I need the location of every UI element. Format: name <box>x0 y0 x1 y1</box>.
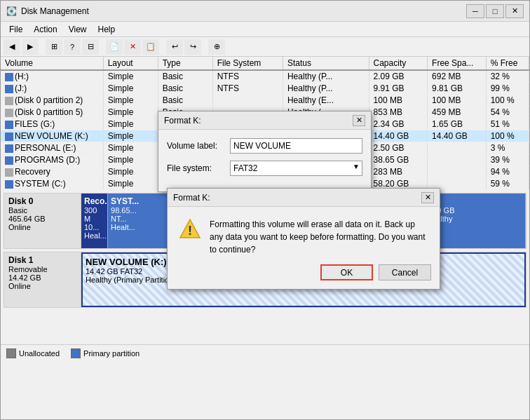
close-button[interactable]: ✕ <box>505 4 524 18</box>
disk-0-label: Disk 0 Basic 465.64 GB Online <box>4 194 81 248</box>
ok-button[interactable]: OK <box>320 264 373 280</box>
col-freespace[interactable]: Free Spa... <box>428 57 487 70</box>
col-layout[interactable]: Layout <box>103 57 158 70</box>
toolbar: ◀ ▶ ⊞ ? ⊟ 📄 ✕ 📋 ↩ ↪ ⊕ <box>1 37 529 57</box>
toolbar-btn-5[interactable]: ⊟ <box>82 39 99 55</box>
title-bar: 💽 Disk Management ─ □ ✕ <box>1 1 529 22</box>
toolbar-btn-redo[interactable]: ↪ <box>184 39 201 55</box>
table-row[interactable]: (J:) Simple Basic NTFS Healthy (P... 9.9… <box>1 83 529 95</box>
col-status[interactable]: Status <box>283 57 369 70</box>
back-button[interactable]: ◀ <box>4 39 20 55</box>
col-volume[interactable]: Volume <box>1 57 103 70</box>
forward-button[interactable]: ▶ <box>22 39 39 55</box>
volume-label-input[interactable] <box>230 138 362 154</box>
format-dialog-close[interactable]: ✕ <box>353 115 365 126</box>
menu-file[interactable]: File <box>4 23 28 36</box>
toolbar-btn-add[interactable]: ⊕ <box>208 39 225 55</box>
col-type[interactable]: Type <box>158 57 212 70</box>
toolbar-btn-3[interactable]: ⊞ <box>46 39 62 55</box>
col-freepct[interactable]: % Free <box>486 57 529 70</box>
confirm-dialog-titlebar: Format K: ✕ <box>168 189 440 207</box>
minimize-button[interactable]: ─ <box>466 4 484 18</box>
confirm-dialog-title: Format K: <box>173 193 210 203</box>
table-row[interactable]: (Disk 0 partition 2) Simple Basic Health… <box>1 95 529 107</box>
confirm-dialog-body: ! Formatting this volume will erase all … <box>168 207 440 264</box>
col-filesystem[interactable]: File System <box>212 57 283 70</box>
cancel-button[interactable]: Cancel <box>379 264 431 280</box>
toolbar-btn-undo[interactable]: ↩ <box>166 39 183 55</box>
col-capacity[interactable]: Capacity <box>369 57 428 70</box>
maximize-button[interactable]: □ <box>486 4 504 18</box>
format-dialog-titlebar: Format K: ✕ <box>158 111 371 130</box>
toolbar-btn-delete[interactable]: ✕ <box>124 39 141 55</box>
volume-label-row: Volume label: <box>167 138 362 154</box>
legend-primary: Primary partition <box>71 348 140 358</box>
window-icon: 💽 <box>6 6 17 16</box>
format-dialog-title: Format K: <box>164 116 201 126</box>
disk-0-part-recovery[interactable]: Reco... 300 M 10... Heal... <box>81 194 108 248</box>
menu-help[interactable]: Help <box>93 23 121 36</box>
legend-unallocated: Unallocated <box>6 348 60 358</box>
confirm-buttons: OK Cancel <box>168 264 440 289</box>
menu-action[interactable]: Action <box>28 23 62 36</box>
toolbar-btn-8[interactable]: 📋 <box>142 39 159 55</box>
file-system-label: File system: <box>167 163 230 173</box>
confirm-dialog: Format K: ✕ ! Formatting this volume wil… <box>167 188 440 290</box>
file-system-select[interactable]: FAT32 NTFS exFAT <box>230 161 362 176</box>
file-system-row: File system: FAT32 NTFS exFAT ▼ <box>167 161 362 176</box>
title-controls: ─ □ ✕ <box>466 4 524 18</box>
legend: Unallocated Primary partition <box>1 344 529 361</box>
toolbar-btn-4[interactable]: ? <box>64 39 81 55</box>
disk-1-label: Disk 1 Removable 14.42 GB Online <box>4 252 81 307</box>
toolbar-btn-6[interactable]: 📄 <box>106 39 123 55</box>
warning-icon: ! <box>179 218 201 241</box>
format-dialog-body: Volume label: File system: FAT32 NTFS ex… <box>158 130 371 191</box>
confirm-dialog-close[interactable]: ✕ <box>421 192 434 203</box>
svg-text:!: ! <box>188 224 192 238</box>
table-row[interactable]: (H:) Simple Basic NTFS Healthy (P... 2.0… <box>1 70 529 83</box>
legend-primary-box <box>71 348 81 358</box>
menu-view[interactable]: View <box>63 23 93 36</box>
file-system-wrapper: FAT32 NTFS exFAT ▼ <box>230 161 362 176</box>
menu-bar: File Action View Help <box>1 22 529 37</box>
format-dialog: Format K: ✕ Volume label: File system: F… <box>158 111 372 192</box>
window-title: Disk Management <box>21 6 89 16</box>
confirm-message: Formatting this volume will erase all da… <box>210 218 428 256</box>
volume-label-label: Volume label: <box>167 141 230 151</box>
legend-unallocated-box <box>6 348 16 358</box>
